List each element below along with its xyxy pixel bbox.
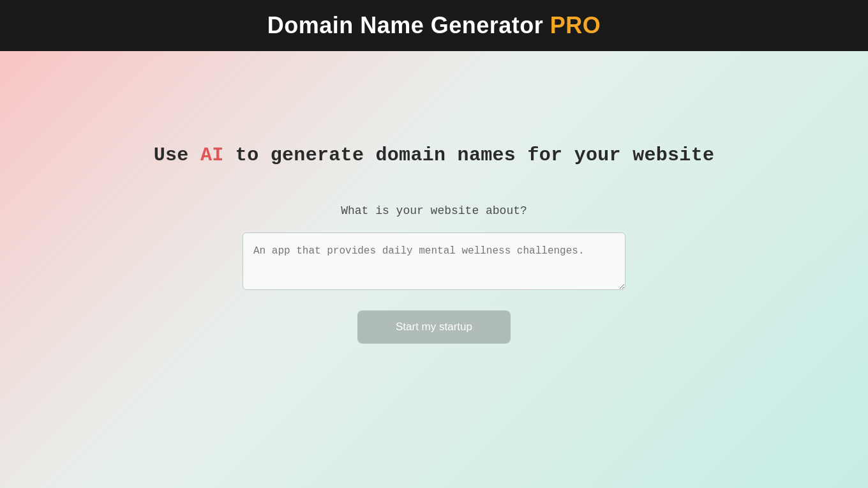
app-title: Domain Name Generator PRO (267, 12, 601, 39)
hero-heading: Use AI to generate domain names for your… (154, 144, 715, 166)
textarea-wrapper (243, 233, 625, 293)
hero-text-after-ai: to generate domain names for your websit… (224, 144, 715, 166)
description-textarea[interactable] (243, 233, 625, 290)
submit-button[interactable]: Start my startup (357, 310, 511, 344)
app-title-pro: PRO (550, 12, 601, 38)
hero-ai-text: AI (200, 144, 224, 166)
form-container: What is your website about? Start my sta… (0, 204, 868, 344)
main-content: Use AI to generate domain names for your… (0, 51, 868, 488)
hero-text-before-ai: Use (154, 144, 200, 166)
textarea-label: What is your website about? (341, 204, 527, 217)
app-title-main: Domain Name Generator (267, 12, 550, 38)
app-header: Domain Name Generator PRO (0, 0, 868, 51)
